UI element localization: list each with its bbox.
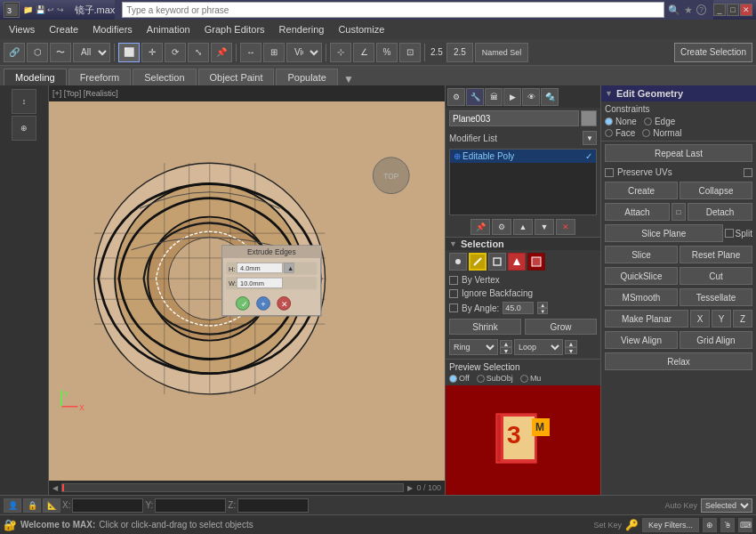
grid-align-button[interactable]: Grid Align <box>680 331 752 349</box>
object-name-input[interactable] <box>449 110 579 126</box>
tool-link[interactable]: 🔗 <box>4 43 25 62</box>
preview-subobj-radio[interactable] <box>477 375 485 383</box>
tool-place[interactable]: 📌 <box>211 43 232 62</box>
repeat-last-button[interactable]: Repeat Last <box>605 144 752 162</box>
modifier-list-box[interactable]: ⊕ Editable Poly ✓ <box>449 149 597 215</box>
attach-button[interactable]: Attach <box>605 203 670 221</box>
reset-plane-button[interactable]: Reset Plane <box>680 246 752 263</box>
shrink-button[interactable]: Shrink <box>449 319 521 335</box>
anim-icon-1[interactable]: 👤 <box>4 498 21 513</box>
constraint-none-radio[interactable] <box>605 117 613 125</box>
ignore-backfacing-checkbox[interactable] <box>449 289 458 298</box>
detach-button[interactable]: Detach <box>688 203 752 221</box>
filter-dropdown[interactable]: All <box>73 43 110 62</box>
create-selection-button[interactable]: Create Selection <box>674 43 752 62</box>
attach-list-btn[interactable]: □ <box>672 203 686 221</box>
timeline-prev-btn[interactable]: ◀ <box>52 484 58 492</box>
coord-z-input[interactable] <box>237 498 309 513</box>
by-angle-input[interactable] <box>503 302 534 314</box>
x-button[interactable]: X <box>690 310 710 328</box>
preview-multi-radio[interactable] <box>520 375 528 383</box>
coord-x-input[interactable] <box>72 498 143 513</box>
tab-selection[interactable]: Selection <box>133 69 196 85</box>
mod-nav-config[interactable]: ⚙ <box>492 219 511 235</box>
menu-views[interactable]: Views <box>2 22 42 36</box>
loop-up-btn[interactable]: ▲ <box>565 340 577 347</box>
tabs-menu-icon[interactable]: ▼ <box>343 73 354 85</box>
preserve-uvs-settings[interactable] <box>744 168 752 177</box>
loop-down-btn[interactable]: ▼ <box>565 347 577 354</box>
prop-tab-utilities[interactable]: 🔩 <box>541 88 559 106</box>
viewport-label-dropdown[interactable]: View <box>286 43 322 62</box>
tool-percent-snap[interactable]: % <box>376 43 398 62</box>
tool-move[interactable]: ✛ <box>141 43 163 62</box>
sel-icon-vertex[interactable] <box>449 253 467 271</box>
modifier-item-editable-poly[interactable]: ⊕ Editable Poly ✓ <box>450 150 596 163</box>
menu-animation[interactable]: Animation <box>140 22 197 36</box>
create-button[interactable]: Create <box>605 182 678 199</box>
maximize-button[interactable]: □ <box>727 4 739 16</box>
minimize-button[interactable]: _ <box>713 4 726 16</box>
cut-button[interactable]: Cut <box>680 267 752 285</box>
timeline-next-btn[interactable]: ▶ <box>407 484 413 492</box>
tool-select-obj[interactable]: ⬡ <box>27 43 48 62</box>
mod-nav-remove[interactable]: ✕ <box>556 219 575 235</box>
by-angle-checkbox[interactable] <box>449 303 458 312</box>
angle-spinner[interactable]: ▲ ▼ <box>537 302 548 314</box>
constraint-normal-radio[interactable] <box>642 129 650 137</box>
zoom-field[interactable]: 2.5 <box>446 43 473 62</box>
bottom-icon-2[interactable]: 🖱 <box>720 518 735 532</box>
by-vertex-checkbox[interactable] <box>449 276 458 285</box>
modifier-dropdown-btn[interactable]: ▼ <box>583 131 597 145</box>
preview-off-option[interactable]: Off <box>449 374 470 383</box>
preview-multi-option[interactable]: Mu <box>520 374 542 383</box>
mod-nav-down[interactable]: ▼ <box>535 219 554 235</box>
mod-nav-pin[interactable]: 📌 <box>470 219 490 235</box>
menu-rendering[interactable]: Rendering <box>272 22 332 36</box>
constraint-edge-option[interactable]: Edge <box>644 117 675 126</box>
msmooth-button[interactable]: MSmooth <box>605 288 678 306</box>
view-align-button[interactable]: View Align <box>605 331 678 349</box>
tessellate-button[interactable]: Tessellate <box>680 288 752 306</box>
timeline-bar[interactable] <box>61 483 404 492</box>
menu-modifiers[interactable]: Modifiers <box>85 22 140 36</box>
anim-icon-2[interactable]: 🔒 <box>23 498 41 513</box>
prop-tab-display[interactable]: ⚙ <box>447 88 465 106</box>
mod-nav-up[interactable]: ▲ <box>513 219 533 235</box>
key-filters-button[interactable]: Key Filters... <box>642 518 699 532</box>
search-input[interactable] <box>122 2 664 18</box>
sidebar-btn-2[interactable]: ⊕ <box>12 116 36 141</box>
ring-down-btn[interactable]: ▼ <box>500 347 512 354</box>
tool-scale[interactable]: ⤡ <box>188 43 209 62</box>
preview-subobj-option[interactable]: SubObj <box>477 374 513 383</box>
sel-icon-edge[interactable] <box>469 253 487 271</box>
tab-object-paint[interactable]: Object Paint <box>198 69 275 85</box>
edit-geo-collapse-icon[interactable]: ▼ <box>605 89 613 98</box>
slice-plane-button[interactable]: Slice Plane <box>605 224 723 242</box>
sel-icon-poly[interactable] <box>508 253 526 271</box>
grow-button[interactable]: Grow <box>525 319 597 335</box>
quickslice-button[interactable]: QuickSlice <box>605 267 678 285</box>
constraint-normal-option[interactable]: Normal <box>642 128 681 138</box>
y-button[interactable]: Y <box>712 310 731 328</box>
prop-tab-motion[interactable]: ▶ <box>503 88 521 106</box>
ring-up-btn[interactable]: ▲ <box>500 340 512 347</box>
bottom-icon-3[interactable]: ⌨ <box>738 518 752 532</box>
prop-tab-hierarchy[interactable]: 🏛 <box>485 88 503 106</box>
constraint-edge-radio[interactable] <box>644 117 652 125</box>
anim-icon-3[interactable]: 📐 <box>43 498 60 513</box>
tool-angle-snap[interactable]: ∠ <box>353 43 374 62</box>
key-icon[interactable]: 🔑 <box>625 519 639 531</box>
split-checkbox[interactable] <box>725 229 734 238</box>
menu-graph-editors[interactable]: Graph Editors <box>197 22 272 36</box>
menu-create[interactable]: Create <box>42 22 85 36</box>
selection-collapse-btn[interactable]: ▼ <box>449 239 457 248</box>
lock-icon[interactable]: 🔐 <box>4 519 17 531</box>
selected-dropdown[interactable]: Selected <box>701 498 752 513</box>
sel-icon-border[interactable] <box>488 253 506 271</box>
tool-wave[interactable]: 〜 <box>50 43 71 62</box>
ring-dropdown[interactable]: Ring <box>449 339 498 355</box>
tab-modeling[interactable]: Modeling <box>4 69 67 85</box>
loop-dropdown[interactable]: Loop <box>514 339 563 355</box>
constraint-none-option[interactable]: None <box>605 117 637 126</box>
